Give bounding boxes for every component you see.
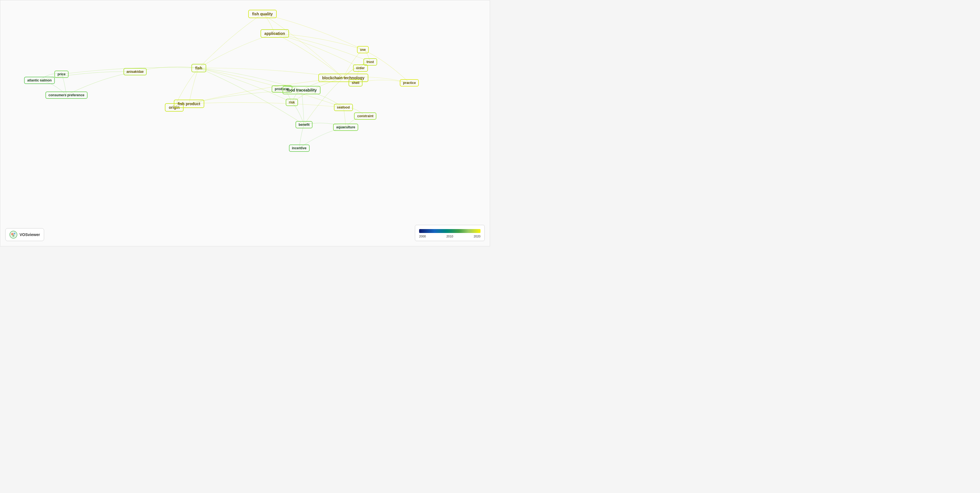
network-graph: [0, 0, 490, 246]
svg-point-0: [10, 231, 17, 238]
vosviewer-branding: VOSviewer: [5, 228, 44, 241]
network-visualization: VOSviewer 2000 2010 2020 fish qualityapp…: [0, 0, 490, 246]
vosviewer-label: VOSviewer: [19, 232, 40, 237]
legend-max-year: 2020: [474, 235, 480, 238]
legend-min-year: 2000: [419, 235, 426, 238]
vosviewer-logo-icon: [10, 231, 18, 239]
legend-mid-year: 2010: [447, 235, 453, 238]
legend-year-labels: 2000 2010 2020: [419, 235, 480, 238]
legend-gradient-bar: [419, 229, 480, 233]
color-legend: 2000 2010 2020: [415, 225, 485, 241]
